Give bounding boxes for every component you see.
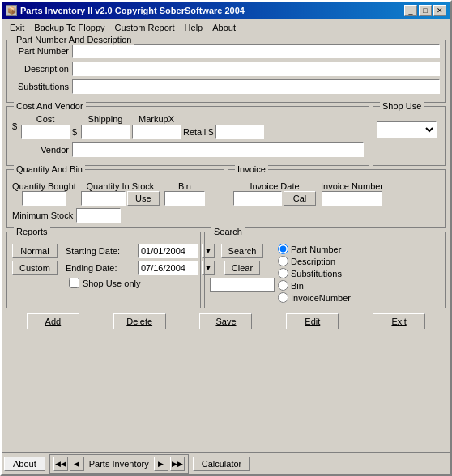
custom-button[interactable]: Custom — [12, 261, 58, 275]
exit-button[interactable]: Exit — [373, 313, 425, 329]
retail-input[interactable] — [215, 125, 264, 139]
menu-bar: Exit Backup To Floppy Custom Report Help… — [2, 19, 450, 36]
part-number-row: Part Number — [12, 44, 440, 58]
bin-header: Bin — [178, 181, 191, 191]
cost-vendor-group: Cost And Vendor $ Cost $ Shipping Markup… — [6, 106, 369, 166]
shop-use-only-row: Shop Use only — [69, 278, 215, 288]
cost-vendor-area: Cost And Vendor $ Cost $ Shipping Markup… — [6, 106, 446, 166]
menu-exit[interactable]: Exit — [5, 21, 29, 34]
shop-use-only-checkbox[interactable] — [69, 278, 79, 288]
description-input[interactable] — [72, 62, 440, 76]
menu-about[interactable]: About — [207, 21, 241, 34]
radio-invoice-number-label: InvoiceNumber — [291, 293, 351, 303]
delete-button[interactable]: Delete — [113, 313, 166, 329]
radio-invoice-number-input[interactable] — [278, 292, 288, 303]
use-button[interactable]: Use — [127, 191, 160, 206]
invoice-date-input[interactable] — [233, 191, 282, 206]
qty-stock-header: Quantity In Stock — [87, 181, 155, 191]
starting-date-input[interactable] — [138, 244, 198, 258]
radio-description-label: Description — [291, 257, 335, 266]
reports-title: Reports — [14, 227, 50, 236]
bottom-buttons: Add Delete Save Edit Exit — [6, 312, 446, 331]
radio-description-input[interactable] — [278, 256, 288, 266]
radio-substitutions-input[interactable] — [278, 268, 288, 278]
nav-first-button[interactable]: ◀◀ — [53, 457, 68, 471]
dollar1: $ — [12, 121, 19, 131]
menu-backup[interactable]: Backup To Floppy — [29, 21, 109, 34]
dollar2: $ — [72, 127, 79, 137]
part-number-label: Part Number — [12, 46, 69, 56]
search-input[interactable] — [210, 278, 275, 292]
vendor-input[interactable] — [72, 142, 364, 157]
ending-date-input[interactable] — [138, 261, 198, 275]
markup-input[interactable] — [132, 125, 181, 139]
radio-part-number-label: Part Number — [291, 244, 341, 254]
search-title: Search — [211, 227, 245, 236]
nav-last-button[interactable]: ▶▶ — [170, 457, 185, 471]
bin-input[interactable] — [164, 191, 205, 206]
search-button[interactable]: Search — [221, 244, 264, 258]
invoice-number-input[interactable] — [322, 191, 382, 206]
radio-substitutions: Substitutions — [278, 268, 351, 278]
markup-label: MarkupX — [139, 114, 174, 124]
part-number-input[interactable] — [72, 44, 440, 58]
radio-invoice-number: InvoiceNumber — [278, 292, 351, 303]
radio-bin: Bin — [278, 280, 351, 291]
status-bar: About ◀◀ ◀ Parts Inventory ▶ ▶▶ Calculat… — [2, 452, 450, 474]
min-stock-input[interactable] — [76, 208, 121, 223]
qty-bin-title: Quantity And Bin — [14, 164, 85, 174]
edit-button[interactable]: Edit — [286, 313, 339, 329]
menu-custom-report[interactable]: Custom Report — [110, 21, 180, 34]
nav-next-button[interactable]: ▶ — [154, 457, 168, 471]
part-number-group: Part Number And Description Part Number … — [6, 40, 446, 103]
cost-vendor-title: Cost And Vendor — [14, 101, 86, 111]
search-group: Search Search Clear Part Number — [204, 232, 446, 308]
search-radio-group: Part Number Description Substitutions — [278, 244, 351, 303]
cal-button[interactable]: Cal — [284, 191, 316, 206]
inv-date-header: Invoice Date — [249, 181, 299, 191]
title-buttons: _ □ ✕ — [404, 5, 446, 16]
save-button[interactable]: Save — [199, 313, 252, 329]
radio-substitutions-label: Substitutions — [291, 269, 342, 278]
shop-use-only-label: Shop Use only — [83, 278, 141, 288]
nav-label: Parts Inventory — [86, 459, 152, 469]
calculator-button[interactable]: Calculator — [193, 457, 251, 471]
window-title: Parts Inventory II v2.0 Copyright SoberS… — [20, 6, 245, 15]
clear-button[interactable]: Clear — [224, 261, 260, 275]
about-button[interactable]: About — [4, 457, 45, 471]
radio-part-number-input[interactable] — [278, 244, 288, 254]
shop-use-select[interactable] — [377, 121, 437, 138]
cost-label: Cost — [36, 114, 55, 124]
min-stock-label: Minimum Stock — [12, 210, 73, 220]
starting-date-row: Starting Date: ▼ — [66, 244, 215, 258]
reports-group: Reports Normal Custom Starting Date: ▼ — [6, 232, 201, 308]
main-window: 📦 Parts Inventory II v2.0 Copyright Sobe… — [0, 0, 452, 476]
qty-bought-header: Quantity Bought — [12, 181, 76, 191]
cost-row: $ Cost $ Shipping MarkupX Retail — [12, 110, 364, 139]
qty-invoice-area: Quantity And Bin Quantity Bought Quantit… — [6, 169, 446, 228]
menu-help[interactable]: Help — [180, 21, 208, 34]
substitutions-row: Substitutions — [12, 79, 440, 94]
nav-prev-button[interactable]: ◀ — [70, 457, 84, 471]
substitutions-input[interactable] — [72, 79, 440, 94]
main-content: Part Number And Description Part Number … — [2, 36, 450, 452]
dollar3: $ — [208, 127, 213, 137]
qty-bought-input[interactable] — [22, 191, 66, 206]
add-button[interactable]: Add — [27, 313, 79, 329]
qty-bin-group: Quantity And Bin Quantity Bought Quantit… — [6, 169, 224, 228]
normal-button[interactable]: Normal — [12, 244, 58, 258]
close-button[interactable]: ✕ — [433, 5, 446, 16]
reports-dates: Starting Date: ▼ Ending Date: ▼ Shop Use… — [66, 244, 215, 288]
qty-stock-input[interactable] — [81, 191, 126, 206]
retail-label: Retail — [183, 127, 206, 137]
shipping-input[interactable] — [81, 125, 130, 139]
ending-date-label: Ending Date: — [66, 263, 134, 273]
cost-input[interactable] — [21, 125, 70, 139]
radio-bin-input[interactable] — [278, 280, 288, 291]
minimize-button[interactable]: _ — [404, 5, 417, 16]
part-number-group-title: Part Number And Description — [14, 35, 134, 45]
maximize-button[interactable]: □ — [419, 5, 432, 16]
starting-date-label: Starting Date: — [66, 246, 134, 256]
shipping-label: Shipping — [88, 114, 123, 124]
inv-number-header: Invoice Number — [321, 181, 383, 191]
